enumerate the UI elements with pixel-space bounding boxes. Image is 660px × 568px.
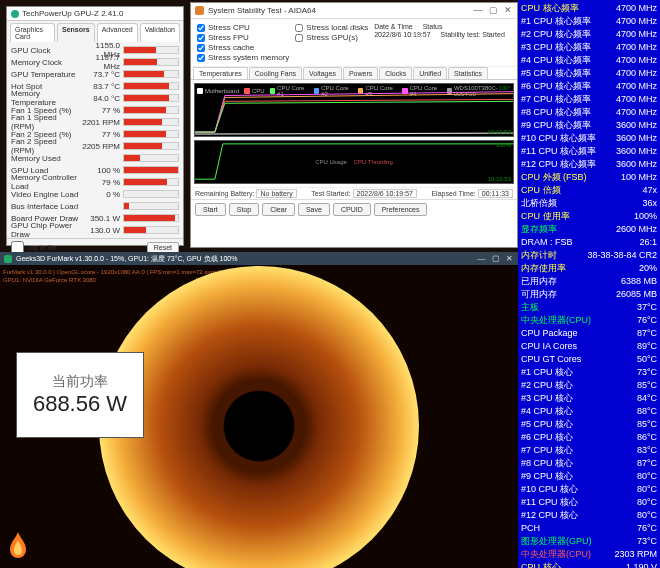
info-label: CPU GT Cores (521, 353, 581, 366)
info-label: 北桥倍频 (521, 197, 557, 210)
info-value: 80°C (637, 483, 657, 496)
overlay-line: FurMark v1.30.0.0 | OpenGL score - 1920x… (3, 268, 224, 276)
info-label: #10 CPU 核心频率 (521, 132, 596, 145)
info-row: 北桥倍频36x (521, 197, 657, 210)
info-label: 内存计时 (521, 249, 557, 262)
sensor-value: 79 % (79, 178, 123, 187)
info-value: 20% (639, 262, 657, 275)
info-label: CPU 核心频率 (521, 2, 579, 15)
sensor-label: Fan 2 Speed (RPM) (11, 137, 79, 155)
gpuz-tab[interactable]: Graphics Card (10, 23, 55, 42)
checkbox-input[interactable] (295, 34, 303, 42)
sensor-value: 1187.7 MHz (79, 53, 123, 71)
checkbox-input[interactable] (197, 34, 205, 42)
gpuz-titlebar[interactable]: TechPowerUp GPU-Z 2.41.0 (7, 7, 183, 21)
info-value: 3600 MHz (616, 145, 657, 158)
gpuz-tab[interactable]: Sensors (57, 23, 95, 42)
info-value: 80°C (637, 496, 657, 509)
info-value: 3600 MHz (616, 132, 657, 145)
furmark-window: Geeks3D FurMark v1.30.0.0 - 15%, GPU1: 温… (0, 252, 518, 568)
sensor-bar (123, 94, 179, 102)
info-label: 主板 (521, 301, 539, 314)
stress-check[interactable]: Stress FPU (197, 33, 289, 42)
stress-check[interactable]: Stress local disks (295, 23, 368, 32)
info-value: 1.190 V (626, 561, 657, 568)
info-label: #6 CPU 核心 (521, 431, 573, 444)
info-label: 显存频率 (521, 223, 557, 236)
maximize-icon[interactable]: ▢ (489, 253, 502, 264)
aida-tab[interactable]: Cooling Fans (249, 67, 302, 79)
save-button[interactable]: Save (298, 203, 330, 216)
stress-check[interactable]: Stress system memory (197, 53, 289, 62)
aida-tab[interactable]: Powers (343, 67, 378, 79)
sensor-bar (123, 202, 179, 210)
gpuz-tab[interactable]: Advanced (97, 23, 138, 42)
info-row: #9 CPU 核心频率3600 MHz (521, 119, 657, 132)
aida-tab[interactable]: Unified (413, 67, 447, 79)
sensor-bar (123, 46, 179, 54)
stress-check[interactable]: Stress cache (197, 43, 289, 52)
gpuz-tab[interactable]: Validation (140, 23, 180, 42)
close-icon[interactable]: ✕ (501, 4, 515, 16)
preferences-button[interactable]: Preferences (374, 203, 428, 216)
info-label: #5 CPU 核心 (521, 418, 573, 431)
info-label: #5 CPU 核心频率 (521, 67, 591, 80)
clear-button[interactable]: Clear (262, 203, 295, 216)
stress-check[interactable]: Stress GPU(s) (295, 33, 368, 42)
sensor-label: Bus Interface Load (11, 202, 79, 211)
minimize-icon[interactable]: — (475, 253, 488, 264)
info-row: #10 CPU 核心80°C (521, 483, 657, 496)
maximize-icon[interactable]: ▢ (486, 4, 500, 16)
sensor-label: GPU Temperature (11, 70, 79, 79)
start-button[interactable]: Start (195, 203, 226, 216)
sensor-bar (123, 106, 179, 114)
check-label: Stress CPU (208, 23, 250, 32)
sensor-bar (123, 178, 179, 186)
cpuid-button[interactable]: CPUID (333, 203, 371, 216)
info-value: 50°C (637, 353, 657, 366)
sensor-bar (123, 166, 179, 174)
aida-tab[interactable]: Clocks (379, 67, 412, 79)
info-value: 80°C (637, 470, 657, 483)
sensor-bar (123, 82, 179, 90)
info-label: #4 CPU 核心 (521, 405, 573, 418)
aida64-title: System Stability Test - AIDA64 (208, 6, 316, 15)
info-value: 85°C (637, 418, 657, 431)
info-value: 89°C (637, 340, 657, 353)
furmark-titlebar[interactable]: Geeks3D FurMark v1.30.0.0 - 15%, GPU1: 温… (0, 252, 518, 265)
info-row: #6 CPU 核心频率4700 MHz (521, 80, 657, 93)
sensor-row: Video Engine Load0 % (11, 188, 179, 200)
checkbox-input[interactable] (197, 24, 205, 32)
stress-check[interactable]: Stress CPU (197, 23, 289, 32)
info-row: #11 CPU 核心频率3600 MHz (521, 145, 657, 158)
sensor-label: Memory Temperature (11, 89, 79, 107)
info-label: #8 CPU 核心频率 (521, 106, 591, 119)
info-label: CPU 核心 (521, 561, 561, 568)
minimize-icon[interactable]: — (471, 4, 485, 16)
info-label: #11 CPU 核心 (521, 496, 578, 509)
aida64-titlebar[interactable]: System Stability Test - AIDA64 — ▢ ✕ (191, 3, 517, 19)
close-icon[interactable]: ✕ (503, 253, 516, 264)
gpuz-window: TechPowerUp GPU-Z 2.41.0 Graphics CardSe… (6, 6, 184, 246)
info-value: 37°C (637, 301, 657, 314)
aida-tab[interactable]: Voltages (303, 67, 342, 79)
info-row: #8 CPU 核心87°C (521, 457, 657, 470)
sensor-bar (123, 130, 179, 138)
power-value: 688.56 W (33, 391, 127, 417)
sensor-value: 77 % (79, 130, 123, 139)
stop-button[interactable]: Stop (229, 203, 259, 216)
test-started-label: Test Started: (311, 190, 350, 197)
info-row: 中央处理器(CPU)76°C (521, 314, 657, 327)
checkbox-input[interactable] (197, 54, 205, 62)
status-label: Status (423, 23, 443, 30)
info-value: 100 MHz (621, 171, 657, 184)
checkbox-input[interactable] (295, 24, 303, 32)
aida-tab[interactable]: Temperatures (193, 67, 248, 79)
checkbox-input[interactable] (197, 44, 205, 52)
status-value: Stability test: Started (441, 31, 505, 38)
info-row: #6 CPU 核心86°C (521, 431, 657, 444)
aida-tab[interactable]: Statistics (448, 67, 488, 79)
gpuz-title: TechPowerUp GPU-Z 2.41.0 (22, 9, 123, 18)
info-row: PCH76°C (521, 522, 657, 535)
info-value: 4700 MHz (616, 2, 657, 15)
